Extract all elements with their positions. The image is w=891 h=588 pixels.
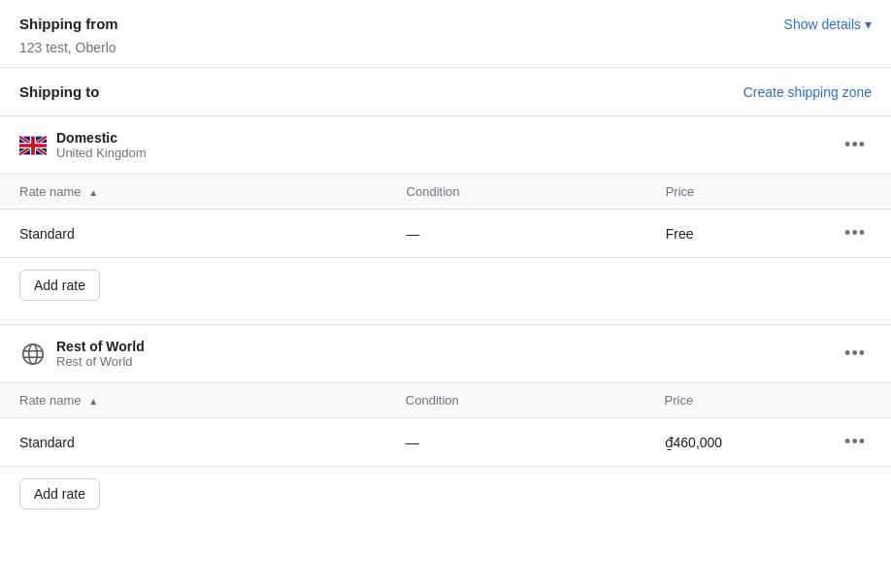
zone-row-header: Rest of World Rest of World •••: [0, 325, 891, 382]
row-condition-cell: —: [386, 418, 645, 467]
shipping-from-address: 123 test, Oberlo: [0, 40, 891, 67]
domestic-col-actions: [819, 175, 891, 210]
more-icon: •••: [844, 432, 866, 451]
domestic-condition-cell: —: [387, 210, 646, 258]
domestic-rate-more-button[interactable]: •••: [839, 221, 872, 245]
svg-point-1: [23, 343, 44, 364]
row-rates-table: Rate name ▲ Condition Price Standard — ₫…: [0, 382, 891, 467]
more-icon: •••: [844, 223, 866, 243]
zone-row-name-group: Rest of World Rest of World: [56, 339, 145, 369]
domestic-rate-actions-cell: •••: [819, 210, 891, 258]
uk-flag-icon: [19, 136, 47, 155]
zone-row-info: Rest of World Rest of World: [19, 339, 145, 369]
zone-domestic-info: Domestic United Kingdom: [19, 130, 147, 160]
zone-domestic-name-group: Domestic United Kingdom: [56, 130, 147, 160]
zone-domestic-header: Domestic United Kingdom •••: [0, 116, 891, 174]
row-col-price: Price: [645, 383, 820, 418]
create-shipping-zone-link[interactable]: Create shipping zone: [743, 84, 872, 100]
row-col-actions: [819, 383, 891, 418]
domestic-col-condition: Condition: [387, 175, 646, 210]
zone-domestic: Domestic United Kingdom ••• Rate name ▲ …: [0, 115, 891, 316]
row-price-cell: ₫460,000: [645, 418, 820, 467]
zone-rest-of-world: Rest of World Rest of World ••• Rate nam…: [0, 324, 891, 525]
zone-row-more-button[interactable]: •••: [839, 342, 872, 366]
shipping-to-title: Shipping to: [19, 83, 99, 100]
zone-domestic-name: Domestic: [56, 130, 147, 146]
chevron-down-icon: ▾: [865, 16, 872, 32]
row-col-rate-name: Rate name ▲: [0, 383, 386, 418]
sort-icon-2: ▲: [88, 396, 98, 407]
domestic-rate-name-cell: Standard: [0, 210, 387, 258]
more-icon: •••: [844, 343, 866, 363]
show-details-label: Show details: [784, 16, 861, 32]
row-rate-actions-cell: •••: [819, 418, 891, 467]
zone-row-name: Rest of World: [56, 339, 145, 354]
shipping-from-title: Shipping from: [19, 16, 118, 32]
row-add-rate-button[interactable]: Add rate: [19, 478, 100, 509]
domestic-col-rate-name: Rate name ▲: [0, 175, 387, 210]
domestic-col-price: Price: [646, 175, 819, 210]
domestic-rates-table: Rate name ▲ Condition Price Standard — F…: [0, 174, 891, 258]
row-rate-name-cell: Standard: [0, 418, 386, 467]
zone-domestic-more-button[interactable]: •••: [839, 133, 872, 157]
svg-point-2: [29, 343, 38, 364]
zone-row-sub: Rest of World: [56, 354, 145, 369]
domestic-add-rate-button[interactable]: Add rate: [19, 270, 100, 301]
show-details-link[interactable]: Show details ▾: [784, 16, 872, 32]
domestic-price-cell: Free: [646, 210, 819, 258]
row-col-condition: Condition: [386, 383, 645, 418]
sort-icon: ▲: [88, 187, 98, 198]
shipping-to-header: Shipping to Create shipping zone: [0, 68, 891, 115]
row-rate-more-button[interactable]: •••: [839, 430, 872, 454]
table-row: Standard — ₫460,000 •••: [0, 418, 891, 467]
table-row: Standard — Free •••: [0, 210, 891, 258]
more-icon: •••: [844, 135, 866, 154]
zone-domestic-sub: United Kingdom: [56, 146, 147, 160]
shipping-from-header: Shipping from Show details ▾: [0, 0, 891, 40]
globe-icon: [19, 341, 47, 368]
